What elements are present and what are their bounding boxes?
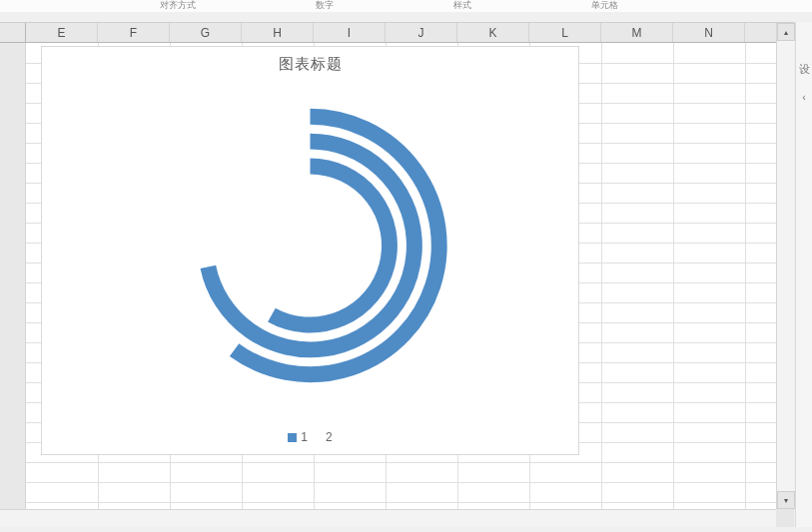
legend-entry[interactable]: 2 bbox=[326, 430, 333, 444]
column-header[interactable]: H bbox=[242, 23, 314, 42]
cell-grid[interactable]: 图表标题 1 bbox=[26, 43, 776, 509]
legend-label: 1 bbox=[301, 430, 308, 444]
chevron-left-icon: ‹ bbox=[796, 91, 812, 103]
vertical-scrollbar[interactable]: ▴ ▾ bbox=[776, 23, 794, 509]
legend-swatch-icon bbox=[288, 433, 297, 442]
triangle-down-icon: ▾ bbox=[784, 496, 788, 505]
column-header[interactable]: F bbox=[98, 23, 170, 42]
ribbon-label: 数字 bbox=[316, 0, 334, 10]
worksheet-area: E F G H I J K L M N bbox=[0, 22, 794, 527]
chart-object[interactable]: 图表标题 1 bbox=[41, 46, 579, 455]
chart-title[interactable]: 图表标题 bbox=[42, 55, 578, 74]
column-headers: E F G H I J K L M N bbox=[26, 23, 776, 43]
legend-label: 2 bbox=[326, 430, 333, 444]
column-header[interactable]: G bbox=[170, 23, 242, 42]
ribbon-label: 单元格 bbox=[591, 0, 618, 10]
scroll-down-button[interactable]: ▾ bbox=[777, 491, 795, 509]
chart-legend[interactable]: 1 2 bbox=[42, 430, 578, 444]
scroll-up-button[interactable]: ▴ bbox=[777, 23, 795, 41]
column-header[interactable]: K bbox=[457, 23, 529, 42]
column-header[interactable]: J bbox=[386, 23, 457, 42]
ribbon-label: 对齐方式 bbox=[160, 0, 196, 10]
select-all-corner[interactable] bbox=[0, 23, 26, 43]
task-pane-collapsed[interactable]: 设 ‹ bbox=[795, 22, 812, 527]
chart-svg bbox=[42, 77, 578, 414]
ring-inner bbox=[272, 166, 390, 324]
triangle-up-icon: ▴ bbox=[784, 28, 788, 37]
column-header[interactable]: E bbox=[26, 23, 98, 42]
scroll-corner bbox=[776, 509, 794, 527]
ribbon-label: 样式 bbox=[453, 0, 471, 10]
column-header[interactable]: L bbox=[529, 23, 601, 42]
column-header[interactable]: I bbox=[314, 23, 386, 42]
row-header-gutter[interactable] bbox=[0, 43, 26, 509]
ribbon-group-labels: 对齐方式 数字 样式 单元格 bbox=[0, 0, 812, 12]
chart-plot-area[interactable] bbox=[42, 77, 578, 414]
horizontal-scrollbar[interactable] bbox=[0, 509, 776, 527]
task-pane-label: 设 bbox=[796, 62, 812, 77]
column-header[interactable]: M bbox=[601, 23, 673, 42]
legend-entry[interactable]: 1 bbox=[288, 430, 308, 444]
column-header[interactable]: N bbox=[673, 23, 745, 42]
